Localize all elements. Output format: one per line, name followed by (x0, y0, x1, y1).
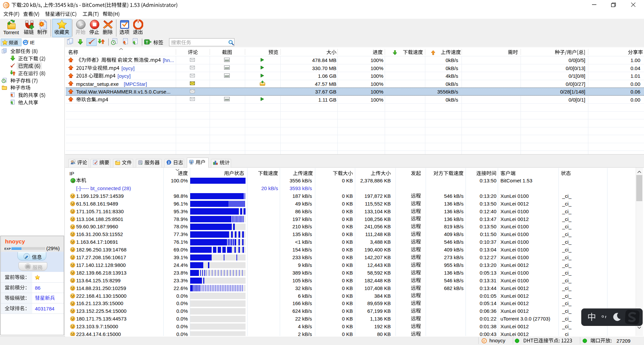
svg-text:T: T (146, 40, 148, 44)
